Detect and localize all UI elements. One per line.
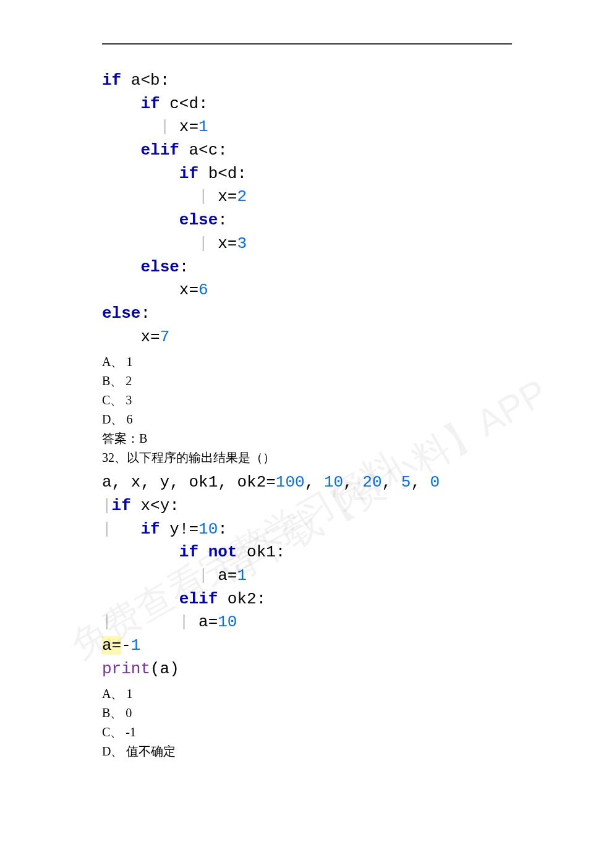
code-text: a<c: — [179, 141, 228, 160]
number-literal: 0 — [430, 473, 440, 491]
number-literal: 1 — [237, 566, 247, 585]
keyword-else: else — [102, 304, 140, 323]
code-text: x= — [218, 234, 237, 253]
q32-prompt: 32、以下程序的输出结果是（） — [102, 448, 512, 467]
keyword-elif: elif — [140, 141, 179, 160]
code-text: y!= — [160, 520, 198, 538]
indent-guide: | — [198, 187, 208, 206]
code-text: x= — [218, 187, 237, 206]
code-text: ok1: — [237, 543, 285, 561]
document-page: 免费查看完整学习资料 请下载【资小料】APP if a<b: if c<d: |… — [0, 0, 614, 868]
indent-guide: | — [160, 117, 170, 136]
code-text: b<d: — [198, 164, 247, 183]
option-b: B、 2 — [102, 372, 512, 391]
option-b: B、 0 — [102, 704, 512, 723]
code-text: a= — [218, 566, 237, 585]
code-line: else: — [102, 304, 150, 323]
code-line: if a<b: — [102, 71, 169, 90]
code-line: elif a<c: — [140, 141, 227, 160]
keyword-else: else — [179, 211, 218, 229]
q31-options: A、 1 B、 2 C、 3 D、 6 答案：B 32、以下程序的输出结果是（） — [102, 352, 512, 467]
number-literal: 20 — [362, 473, 382, 491]
keyword-if: if — [140, 520, 160, 538]
indent-guide: | — [198, 566, 208, 585]
indent-guide: | — [102, 520, 112, 538]
keyword-if-not: if not — [179, 543, 237, 561]
code-line: elif ok2: — [179, 590, 266, 608]
code-text: (a) — [150, 660, 179, 678]
code-text: c<d: — [160, 95, 208, 113]
code-text: x<y: — [131, 496, 179, 515]
number-literal: 7 — [160, 328, 170, 346]
code-text: : — [218, 520, 228, 538]
code-line: if not ok1: — [179, 543, 286, 561]
code-line: print(a) — [102, 660, 179, 678]
function-print: print — [102, 660, 150, 678]
code-line: a=-1 — [102, 636, 140, 655]
number-literal: 2 — [237, 187, 247, 206]
code-text: x= — [179, 117, 198, 136]
number-literal: 3 — [237, 234, 247, 253]
q31-code-block: if a<b: if c<d: | x=1 elif a<c: if b<d: … — [102, 69, 512, 349]
code-text: ok2: — [218, 590, 266, 608]
keyword-elif: elif — [179, 590, 218, 608]
keyword-if: if — [179, 164, 198, 183]
indent-guide: | — [198, 234, 208, 253]
code-text: : — [140, 304, 150, 323]
code-line: else: — [179, 211, 228, 229]
header-rule — [102, 43, 512, 45]
code-line: if b<d: — [179, 164, 247, 183]
number-literal: 6 — [198, 281, 208, 299]
code-line: if y!=10: — [140, 520, 227, 538]
answer-line: 答案：B — [102, 429, 512, 448]
keyword-if: if — [102, 71, 121, 90]
highlighted-text: a= — [102, 636, 121, 655]
number-literal: 100 — [276, 473, 305, 491]
number-literal: 5 — [401, 473, 411, 491]
q32-options: A、 1 B、 0 C、 -1 D、 值不确定 — [102, 684, 512, 761]
option-d: D、 6 — [102, 410, 512, 429]
code-text: a<b: — [121, 71, 169, 90]
option-c: C、 3 — [102, 391, 512, 410]
indent-guide: | — [179, 613, 189, 631]
option-c: C、 -1 — [102, 723, 512, 742]
code-line: else: — [140, 258, 189, 276]
code-text: a= — [198, 613, 218, 631]
number-literal: 1 — [198, 117, 208, 136]
keyword-else: else — [140, 258, 179, 276]
code-text: - — [121, 636, 131, 655]
code-text: x= — [140, 328, 160, 346]
code-text: x= — [179, 281, 198, 299]
q32-code-block: a, x, y, ok1, ok2=100, 10, 20, 5, 0 |if … — [102, 471, 512, 681]
option-a: A、 1 — [102, 684, 512, 704]
code-text: a, x, y, ok1, ok2= — [102, 473, 276, 491]
option-d: D、 值不确定 — [102, 742, 512, 761]
number-literal: 10 — [324, 473, 343, 491]
keyword-if: if — [112, 496, 131, 515]
code-text: : — [179, 258, 189, 276]
code-line: if c<d: — [140, 95, 208, 113]
code-text: : — [218, 211, 228, 229]
number-literal: 10 — [198, 520, 218, 538]
option-a: A、 1 — [102, 352, 512, 372]
number-literal: 10 — [218, 613, 237, 631]
code-line: if x<y: — [112, 496, 179, 515]
keyword-if: if — [140, 95, 160, 113]
indent-guide: | — [102, 613, 112, 631]
indent-guide: | — [102, 496, 112, 515]
code-line: a, x, y, ok1, ok2=100, 10, 20, 5, 0 — [102, 473, 440, 491]
number-literal: 1 — [131, 636, 141, 655]
